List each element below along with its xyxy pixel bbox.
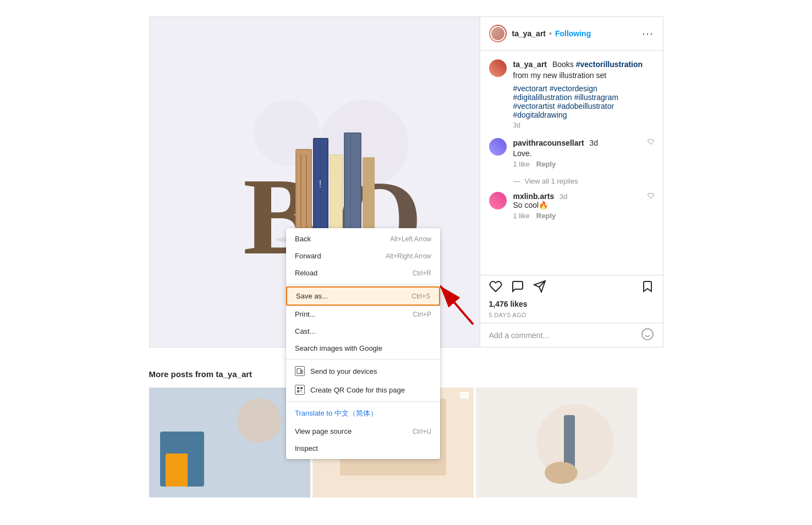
- like-button[interactable]: [489, 280, 502, 293]
- menu-inspect[interactable]: Inspect: [286, 440, 440, 457]
- svg-point-27: [237, 399, 281, 443]
- more-options-button[interactable]: ···: [642, 28, 654, 40]
- menu-print-label: Print...: [295, 310, 316, 318]
- svg-rect-44: [302, 392, 303, 393]
- header-dot: •: [549, 29, 552, 38]
- emoji-button[interactable]: [641, 328, 654, 342]
- menu-reload-shortcut: Ctrl+R: [413, 269, 431, 277]
- menu-save-label: Save as...: [296, 292, 328, 300]
- menu-reload[interactable]: Reload Ctrl+R: [286, 264, 440, 281]
- post-right-panel: ta_ya_art • Following ··· ta_ya_art Book…: [480, 17, 663, 347]
- post-actions-bar: [480, 275, 663, 297]
- svg-rect-43: [300, 390, 301, 391]
- hashtag-2[interactable]: #digitalillustration #illustragram: [513, 93, 618, 102]
- pavithra-heart-icon[interactable]: [648, 138, 654, 147]
- pavithra-likes: 1 like: [513, 160, 530, 168]
- context-menu: Back Alt+Left Arrow Forward Alt+Right Ar…: [286, 228, 440, 459]
- pavithra-text: 3d: [590, 139, 599, 147]
- svg-point-37: [545, 462, 578, 484]
- thumbnail-3[interactable]: [476, 388, 637, 498]
- menu-inspect-label: Inspect: [295, 444, 318, 452]
- main-post-comment: ta_ya_art Books #vectorillustration from…: [489, 59, 654, 129]
- svg-rect-33: [460, 392, 469, 399]
- more-posts-username[interactable]: ta_ya_art: [216, 369, 252, 379]
- qr-icon: [295, 385, 305, 395]
- hashtag-3[interactable]: #vectorartist #adobeillustrator: [513, 102, 615, 110]
- menu-back-shortcut: Alt+Left Arrow: [390, 235, 431, 243]
- menu-divider-1: [286, 284, 440, 284]
- menu-cast[interactable]: Cast...: [286, 323, 440, 340]
- mxlinb-content: mxlinb.arts 3d So cool🔥 1 like Reply: [513, 192, 648, 220]
- svg-rect-5: [297, 150, 311, 236]
- svg-rect-14: [345, 134, 360, 236]
- mxlinb-time: 3d: [559, 192, 567, 201]
- hashtags: #vectorart #vectordesign #digitalillustr…: [513, 84, 654, 119]
- ta-ya-avatar[interactable]: [489, 59, 507, 77]
- svg-rect-38: [297, 369, 301, 374]
- post-date: 5 DAYS AGO: [480, 311, 663, 323]
- menu-forward[interactable]: Forward Alt+Right Arrow: [286, 247, 440, 264]
- menu-save-shortcut: Ctrl+S: [412, 292, 430, 300]
- menu-search-images[interactable]: Search images with Google: [286, 340, 440, 357]
- menu-print[interactable]: Print... Ctrl+P: [286, 306, 440, 323]
- menu-back[interactable]: Back Alt+Left Arrow: [286, 230, 440, 247]
- svg-rect-12: [331, 156, 342, 236]
- menu-view-source-label: View page source: [295, 427, 352, 435]
- menu-cast-label: Cast...: [295, 327, 316, 335]
- pavithra-username[interactable]: pavithracounsellart: [513, 139, 584, 147]
- menu-search-images-label: Search images with Google: [295, 344, 382, 352]
- mxlinb-avatar[interactable]: [489, 192, 507, 209]
- svg-rect-15: [363, 157, 375, 237]
- hashtag-1[interactable]: #vectorart #vectordesign: [513, 84, 597, 93]
- header-avatar[interactable]: [489, 25, 507, 42]
- menu-translate[interactable]: Translate to 中文（简体）: [286, 404, 440, 423]
- following-button[interactable]: Following: [555, 29, 591, 38]
- add-comment-input[interactable]: [489, 331, 641, 340]
- svg-rect-26: [166, 454, 188, 487]
- comment-pavithra: pavithracounsellart 3d Love. 1 like Repl…: [489, 138, 654, 168]
- svg-rect-42: [297, 390, 299, 393]
- menu-divider-2: [286, 359, 440, 360]
- mxlinb-comment-body: So cool🔥: [513, 201, 648, 209]
- main-comment-username[interactable]: ta_ya_art: [513, 60, 547, 69]
- menu-send-devices[interactable]: Send to your devices: [286, 362, 440, 380]
- menu-divider-3: [286, 401, 440, 402]
- header-username[interactable]: ta_ya_art: [512, 29, 546, 38]
- menu-forward-label: Forward: [295, 252, 321, 260]
- menu-reload-label: Reload: [295, 269, 317, 277]
- mxlinb-likes: 1 like: [513, 212, 530, 220]
- menu-create-qr[interactable]: Create QR Code for this page: [286, 380, 440, 399]
- mxlinb-heart-icon[interactable]: [648, 192, 654, 201]
- hashtag-link[interactable]: #vectorillustration: [576, 60, 643, 69]
- hashtag-4[interactable]: #dogitaldrawing: [513, 110, 567, 119]
- send-devices-icon: [295, 366, 305, 376]
- pavithra-avatar[interactable]: [489, 138, 507, 156]
- view-all-replies[interactable]: View all 1 replies: [513, 177, 654, 185]
- mxlinb-username[interactable]: mxlinb.arts: [513, 192, 555, 201]
- comment-button[interactable]: [511, 280, 524, 293]
- share-button[interactable]: [533, 280, 546, 293]
- svg-rect-41: [300, 387, 303, 389]
- menu-send-devices-label: Send to your devices: [310, 367, 377, 375]
- more-posts-label: More posts from: [149, 369, 214, 379]
- post-header: ta_ya_art • Following ···: [480, 17, 663, 51]
- pavithra-content: pavithracounsellart 3d Love. 1 like Repl…: [513, 138, 648, 168]
- menu-back-label: Back: [295, 235, 311, 243]
- main-comment-content: ta_ya_art Books #vectorillustration from…: [513, 59, 654, 129]
- svg-rect-36: [564, 415, 575, 470]
- svg-rect-39: [301, 370, 303, 373]
- mxlinb-reply-btn[interactable]: Reply: [536, 212, 556, 220]
- menu-view-source[interactable]: View page source Ctrl+U: [286, 423, 440, 440]
- menu-forward-shortcut: Alt+Right Arrow: [386, 252, 431, 260]
- pavithra-reply-btn[interactable]: Reply: [536, 160, 556, 168]
- menu-create-qr-label: Create QR Code for this page: [310, 386, 405, 394]
- svg-point-21: [642, 329, 653, 340]
- menu-translate-label: Translate to 中文（简体）: [295, 408, 377, 418]
- comments-section: ta_ya_art Books #vectorillustration from…: [480, 51, 663, 275]
- pavithra-comment-body: Love.: [513, 149, 648, 158]
- likes-count: 1,476 likes: [480, 297, 663, 311]
- svg-rect-40: [297, 387, 299, 389]
- menu-save-as[interactable]: Save as... Ctrl+S: [286, 286, 440, 306]
- bookmark-button[interactable]: [641, 280, 654, 293]
- menu-print-shortcut: Ctrl+P: [413, 311, 431, 318]
